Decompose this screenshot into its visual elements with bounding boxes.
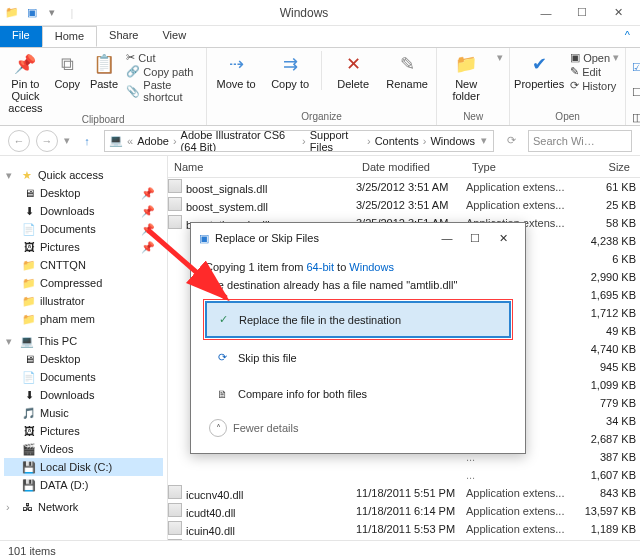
dialog-minimize-button[interactable]: — bbox=[433, 232, 461, 244]
search-input[interactable]: Search Wi… bbox=[528, 130, 632, 152]
breadcrumb[interactable]: 💻 « Adobe› Adobe Illustrator CS6 (64 Bit… bbox=[104, 130, 494, 152]
compare-option[interactable]: 🗎 Compare info for both files bbox=[205, 377, 511, 411]
drive-icon: 🎬 bbox=[22, 442, 36, 456]
delete-button[interactable]: ✕Delete bbox=[330, 51, 376, 90]
sidebar-item[interactable]: 🖥Desktop bbox=[4, 350, 163, 368]
col-date[interactable]: Date modified bbox=[356, 161, 466, 173]
sidebar-item[interactable]: 🎵Music bbox=[4, 404, 163, 422]
compare-icon: 🗎 bbox=[214, 388, 230, 400]
quick-access-root[interactable]: ▾★Quick access bbox=[4, 166, 163, 184]
back-button[interactable]: ← bbox=[8, 130, 30, 152]
open-icon: ▣ bbox=[570, 51, 580, 64]
sidebar-item[interactable]: 📄Documents bbox=[4, 368, 163, 386]
sidebar-item[interactable]: 💾DATA (D:) bbox=[4, 476, 163, 494]
copy-from-link[interactable]: 64-bit bbox=[306, 261, 334, 273]
network-root[interactable]: ›🖧Network bbox=[4, 498, 163, 516]
col-size[interactable]: Size bbox=[576, 161, 636, 173]
select-none-button[interactable]: ☐Select none bbox=[632, 80, 640, 104]
group-organize-label: Organize bbox=[213, 111, 430, 122]
folder-icon: 📁 bbox=[22, 312, 36, 326]
invert-icon: ◫ bbox=[632, 111, 640, 124]
col-name[interactable]: Name bbox=[168, 161, 356, 173]
sidebar-item[interactable]: 📁CNTTQN bbox=[4, 256, 163, 274]
paste-shortcut-button[interactable]: 📎Paste shortcut bbox=[126, 79, 200, 103]
group-open: ✔Properties ▣Open ▾ ✎Edit ⟳History Open bbox=[510, 48, 626, 125]
sidebar-item[interactable]: 🖼Pictures📌 bbox=[4, 238, 163, 256]
table-row[interactable]: boost_signals.dll3/25/2012 3:51 AMApplic… bbox=[168, 178, 640, 196]
star-icon: ★ bbox=[20, 168, 34, 182]
new-folder-button[interactable]: 📁New folder bbox=[443, 51, 489, 102]
recent-dropdown-icon[interactable]: ▾ bbox=[64, 134, 70, 147]
tab-home[interactable]: Home bbox=[42, 26, 97, 47]
edit-button[interactable]: ✎Edit bbox=[570, 65, 619, 78]
drive-icon: 🖼 bbox=[22, 424, 36, 438]
rename-button[interactable]: ✎Rename bbox=[384, 51, 430, 90]
copy-path-button[interactable]: 🔗Copy path bbox=[126, 65, 200, 78]
properties-button[interactable]: ✔Properties bbox=[516, 51, 562, 92]
column-headers[interactable]: Name Date modified Type Size bbox=[168, 156, 640, 178]
sidebar-item[interactable]: ⬇Downloads bbox=[4, 386, 163, 404]
cut-button[interactable]: ✂Cut bbox=[126, 51, 200, 64]
ribbon-tabs: File Home Share View ^ bbox=[0, 26, 640, 48]
this-pc-root[interactable]: ▾💻This PC bbox=[4, 332, 163, 350]
folder-icon: 📄 bbox=[22, 222, 36, 236]
dropdown-icon[interactable]: ▾ bbox=[44, 5, 60, 21]
table-row[interactable]: icudt40.dll11/18/2011 6:14 PMApplication… bbox=[168, 502, 640, 520]
sidebar-item[interactable]: 📁illustrator bbox=[4, 292, 163, 310]
chevron-up-icon: ˄ bbox=[209, 419, 227, 437]
pin-quick-access-button[interactable]: 📌Pin to Quick access bbox=[6, 51, 45, 114]
open-button[interactable]: ▣Open ▾ bbox=[570, 51, 619, 64]
paste-button[interactable]: 📋Paste bbox=[90, 51, 119, 114]
refresh-button[interactable]: ⟳ bbox=[500, 130, 522, 152]
skip-option[interactable]: ⟳ Skip this file bbox=[205, 340, 511, 375]
tab-share[interactable]: Share bbox=[97, 26, 150, 47]
copy-to-link[interactable]: Windows bbox=[349, 261, 394, 273]
address-bar: ← → ▾ ↑ 💻 « Adobe› Adobe Illustrator CS6… bbox=[0, 126, 640, 156]
dialog-maximize-button[interactable]: ☐ bbox=[461, 232, 489, 245]
replace-option[interactable]: ✓ Replace the file in the destination bbox=[205, 301, 511, 338]
sidebar-item[interactable]: 📁Compressed bbox=[4, 274, 163, 292]
table-row[interactable]: icuin40.dll11/18/2011 5:53 PMApplication… bbox=[168, 520, 640, 538]
rename-icon: ✎ bbox=[394, 51, 420, 77]
table-row[interactable]: ...1,607 KB bbox=[168, 466, 640, 484]
dialog-icon: ▣ bbox=[199, 232, 209, 245]
maximize-button[interactable]: ☐ bbox=[564, 2, 600, 24]
group-clipboard: 📌Pin to Quick access ⧉Copy 📋Paste ✂Cut 🔗… bbox=[0, 48, 207, 125]
copy-to-button[interactable]: ⇉Copy to bbox=[267, 51, 313, 90]
sidebar-item[interactable]: ⬇Downloads📌 bbox=[4, 202, 163, 220]
ribbon: 📌Pin to Quick access ⧉Copy 📋Paste ✂Cut 🔗… bbox=[0, 48, 640, 126]
history-icon: ⟳ bbox=[570, 79, 579, 92]
invert-selection-button[interactable]: ◫Invert selection bbox=[632, 105, 640, 129]
table-row[interactable]: boost_system.dll3/25/2012 3:51 AMApplica… bbox=[168, 196, 640, 214]
history-button[interactable]: ⟳History bbox=[570, 79, 619, 92]
col-type[interactable]: Type bbox=[466, 161, 576, 173]
sidebar-item[interactable]: 🖥Desktop📌 bbox=[4, 184, 163, 202]
table-row[interactable]: icucnv40.dll11/18/2011 5:51 PMApplicatio… bbox=[168, 484, 640, 502]
table-row[interactable]: icuuc40.dll11/18/2011 5:51 PMApplication… bbox=[168, 538, 640, 540]
dialog-close-button[interactable]: ✕ bbox=[489, 232, 517, 245]
sidebar-item[interactable]: 🖼Pictures bbox=[4, 422, 163, 440]
select-all-button[interactable]: ☑Select all bbox=[632, 55, 640, 79]
sidebar-item[interactable]: 📄Documents📌 bbox=[4, 220, 163, 238]
move-to-button[interactable]: ⇢Move to bbox=[213, 51, 259, 90]
tab-view[interactable]: View bbox=[150, 26, 198, 47]
forward-button[interactable]: → bbox=[36, 130, 58, 152]
tab-file[interactable]: File bbox=[0, 26, 42, 47]
sidebar-item[interactable]: 🎬Videos bbox=[4, 440, 163, 458]
path-icon: 🔗 bbox=[126, 65, 140, 78]
fewer-details-button[interactable]: ˄ Fewer details bbox=[205, 413, 511, 443]
edit-icon: ✎ bbox=[570, 65, 579, 78]
sidebar-item[interactable]: 📁pham mem bbox=[4, 310, 163, 328]
minimize-button[interactable]: — bbox=[528, 2, 564, 24]
group-select: ☑Select all ☐Select none ◫Invert selecti… bbox=[626, 48, 640, 125]
new-item-icon[interactable]: ▾ bbox=[497, 51, 503, 64]
copy-button[interactable]: ⧉Copy bbox=[53, 51, 82, 114]
up-button[interactable]: ↑ bbox=[76, 130, 98, 152]
status-bar: 101 items bbox=[0, 540, 640, 559]
window-titlebar: 📁 ▣ ▾ | Windows — ☐ ✕ bbox=[0, 0, 640, 26]
close-button[interactable]: ✕ bbox=[600, 2, 636, 24]
ribbon-expand-icon[interactable]: ^ bbox=[615, 26, 640, 47]
drive-icon: 🎵 bbox=[22, 406, 36, 420]
moveto-icon: ⇢ bbox=[223, 51, 249, 77]
sidebar-item[interactable]: 💾Local Disk (C:) bbox=[4, 458, 163, 476]
